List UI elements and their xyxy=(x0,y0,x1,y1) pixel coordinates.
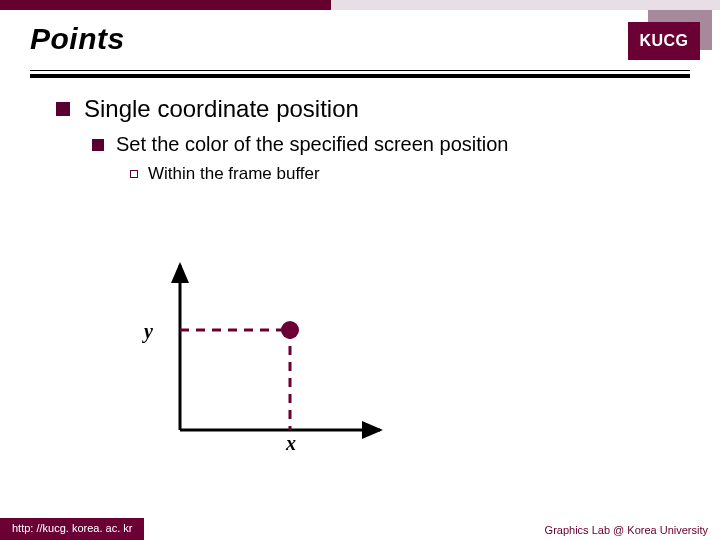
bullet-level3: Within the frame buffer xyxy=(130,164,680,184)
title-row: Points xyxy=(30,22,690,72)
slide: Points KUCG Single coordinate position S… xyxy=(0,0,720,540)
svg-point-4 xyxy=(281,321,299,339)
brand-badge: KUCG xyxy=(628,22,700,60)
bullet-square-icon xyxy=(56,102,70,116)
title-rule-thick xyxy=(30,74,690,78)
axes-svg xyxy=(150,260,400,460)
content-area: Single coordinate position Set the color… xyxy=(56,95,680,184)
y-axis-label: y xyxy=(144,320,153,343)
title-rule-thin xyxy=(30,70,690,71)
coordinate-diagram: y x xyxy=(150,260,400,460)
header-accent-light xyxy=(331,0,720,10)
bullet-level2: Set the color of the specified screen po… xyxy=(92,133,680,156)
bullet-level1: Single coordinate position xyxy=(56,95,680,123)
x-axis-label: x xyxy=(286,432,296,455)
bullet-level2-text: Set the color of the specified screen po… xyxy=(116,133,508,156)
bullet-level3-text: Within the frame buffer xyxy=(148,164,320,184)
bullet-level1-text: Single coordinate position xyxy=(84,95,359,123)
bullet-square-icon xyxy=(92,139,104,151)
footer-attribution: Graphics Lab @ Korea University xyxy=(545,524,708,536)
page-title: Points xyxy=(30,22,690,56)
footer-url: http: //kucg. korea. ac. kr xyxy=(0,518,144,540)
header-accent-dark xyxy=(0,0,331,10)
bullet-outline-square-icon xyxy=(130,170,138,178)
